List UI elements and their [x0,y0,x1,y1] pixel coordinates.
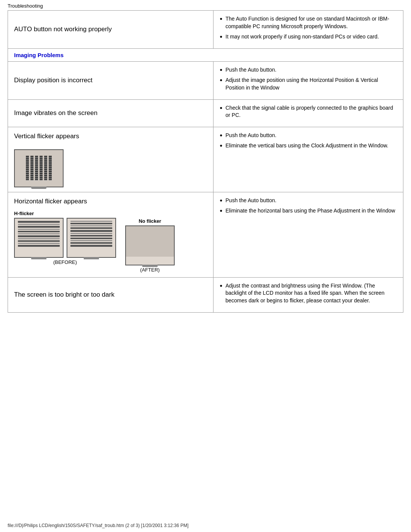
problem-label: Vertical flicker appears [14,133,207,140]
before-monitor-wrapper [14,218,64,258]
vbar [30,156,33,181]
solution-text: It may not work properly if using non-st… [226,33,379,41]
hbar [18,221,60,223]
hbar [18,245,60,247]
after-monitor [125,225,175,265]
hbar [70,245,112,247]
vbar [40,156,43,181]
problem-label: AUTO button not working properly [14,22,112,36]
solution-list: Push the Auto button. Eliminate the hori… [220,197,397,215]
hbars [67,219,115,249]
vbar [49,156,52,181]
list-item: Eliminate the vertical bars using the Cl… [220,142,397,150]
before-monitor-wrapper-2 [67,218,116,258]
solution-cell: Push the Auto button. Adjust the image p… [213,61,403,99]
problem-label: The screen is too bright or too dark [14,288,115,301]
list-item: Adjust the contrast and brightness using… [220,282,397,305]
vbar [26,156,29,181]
solution-text: Eliminate the vertical bars using the Cl… [226,142,389,150]
section-label: Imaging Problems [14,52,64,58]
before-monitors [14,218,116,258]
hbar [18,238,60,239]
vertical-flicker-illustration [14,149,64,187]
hflicker-monitors: H-flicker [14,211,207,273]
page-header: Troubleshooting [0,0,411,10]
problem-cell: Display position is incorrect [8,61,213,99]
header-text: Troubleshooting [8,3,43,9]
solution-text: Push the Auto button. [226,132,277,139]
problem-cell: Vertical flicker appears [8,127,213,192]
problem-text: Vertical flicker appears [14,133,79,140]
solution-text: Adjust the contrast and brightness using… [226,282,397,305]
solution-cell: Check that the signal cable is properly … [213,99,403,127]
problem-label: Image vibrates on the screen [14,106,97,120]
hbar [70,233,112,234]
hbars [15,219,63,249]
hbar [70,240,112,241]
hbar [18,235,60,237]
hbar [70,223,112,225]
problem-cell: Image vibrates on the screen [8,99,213,127]
solution-list: Adjust the contrast and brightness using… [220,282,397,305]
problem-text: Horizontal flicker appears [14,198,87,205]
problem-cell: Horizontal flicker appears H-flicker [8,192,213,277]
solution-cell: The Auto Function is designed for use on… [213,11,403,49]
solution-text: Adjust the image position using the Hori… [226,77,397,91]
problem-label: Display position is incorrect [14,73,92,87]
solution-list: Push the Auto button. Eliminate the vert… [220,132,397,150]
monitor-stand [84,257,99,259]
monitor-stand [31,187,46,189]
hbar [18,226,60,228]
vbar [44,156,47,181]
hbar [70,225,112,226]
section-header-cell: Imaging Problems [8,48,403,61]
list-item: The Auto Function is designed for use on… [220,15,397,30]
problem-label: Horizontal flicker appears [14,198,207,205]
solution-text: Eliminate the horizontal bars using the … [226,207,395,215]
main-table: AUTO button not working properly The Aut… [8,10,403,313]
solution-text: Push the Auto button. [226,66,277,74]
problem-cell: AUTO button not working properly [8,11,213,49]
vertical-bars [26,155,52,182]
solution-text: Check that the signal cable is properly … [226,104,397,119]
solution-list: The Auto Function is designed for use on… [220,15,397,41]
hbar [70,238,112,240]
after-label: (AFTER) [140,267,159,273]
problem-cell: The screen is too bright or too dark [8,277,213,312]
solution-list: Push the Auto button. Adjust the image p… [220,66,397,92]
no-flicker-label: No flicker [139,218,161,224]
solution-cell: Push the Auto button. Eliminate the hori… [213,192,403,277]
list-item: Eliminate the horizontal bars using the … [220,207,397,215]
list-item: Check that the signal cable is properly … [220,104,397,119]
list-item: Push the Auto button. [220,66,397,74]
solution-cell: Push the Auto button. Eliminate the vert… [213,127,403,192]
list-item: Push the Auto button. [220,132,397,139]
hbar [18,240,60,242]
before-label: (BEFORE) [14,259,116,265]
hbar [18,231,60,232]
hbar [70,221,112,222]
table-row: Image vibrates on the screen Check that … [8,99,403,127]
hbar [18,243,60,244]
hflicker-label: H-flicker [14,211,116,216]
solution-text: The Auto Function is designed for use on… [226,15,397,30]
table-row: Vertical flicker appears [8,127,403,192]
table-row: AUTO button not working properly The Aut… [8,11,403,49]
hbar [18,233,60,234]
footer-text: file:///D|/Philips LCD/english/150S/SAFE… [8,523,188,528]
list-item: Adjust the image position using the Hori… [220,77,397,91]
hflicker-illustration-area: H-flicker [14,211,207,273]
solution-cell: Adjust the contrast and brightness using… [213,277,403,312]
before-section: H-flicker [14,211,116,265]
after-screen [126,226,174,257]
solution-list: Check that the signal cable is properly … [220,104,397,119]
hbar [18,224,60,225]
before-monitor-1 [14,218,64,258]
section-header-row: Imaging Problems [8,48,403,61]
monitor-stand [31,257,46,259]
monitor-stand [142,265,158,267]
hbar [70,242,112,244]
hbar [70,230,112,232]
vbar [35,156,38,181]
page-footer: file:///D|/Philips LCD/english/150S/SAFE… [8,523,188,528]
